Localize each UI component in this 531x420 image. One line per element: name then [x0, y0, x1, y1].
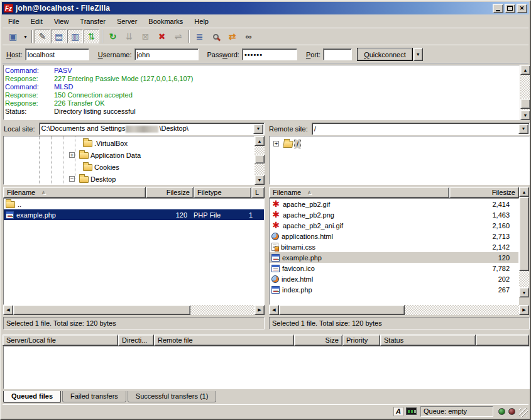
menu-file[interactable]: File: [3, 16, 25, 26]
column-priority[interactable]: Priority: [342, 334, 380, 346]
toggle-message-log-button[interactable]: ✎: [35, 30, 50, 43]
toggle-local-tree-button[interactable]: ▤: [51, 30, 67, 43]
column-filename[interactable]: Filename▲: [269, 187, 449, 198]
log-scrollbar[interactable]: ▲ ▼: [520, 65, 530, 120]
resize-grip[interactable]: [519, 408, 528, 417]
scroll-up-button[interactable]: ▲: [255, 136, 265, 146]
column-status[interactable]: Status: [380, 334, 476, 346]
maximize-button[interactable]: [505, 4, 515, 13]
scroll-thumb[interactable]: [255, 155, 265, 163]
menu-help[interactable]: Help: [189, 16, 214, 26]
local-list-hscrollbar[interactable]: ◀ ▶: [3, 305, 265, 315]
filezilla-logo-icon[interactable]: Fz: [4, 4, 13, 13]
menu-server[interactable]: Server: [111, 16, 143, 26]
scroll-left-button[interactable]: ◀: [269, 305, 279, 315]
password-input[interactable]: [242, 48, 297, 60]
file-row[interactable]: applications.html2,713: [270, 231, 518, 241]
combo-arrow-icon[interactable]: ▼: [518, 124, 528, 134]
site-manager-dropdown[interactable]: ▼: [21, 30, 30, 43]
remote-tree[interactable]: + /: [269, 136, 530, 185]
scroll-up-button[interactable]: ▲: [520, 65, 530, 75]
synchronized-browsing-button[interactable]: ⇄: [224, 30, 240, 43]
disconnect-button[interactable]: ✖: [154, 30, 170, 43]
scroll-right-button[interactable]: ▶: [519, 305, 529, 315]
local-tree-scrollbar[interactable]: ▲ ▼: [255, 136, 265, 185]
scroll-thumb[interactable]: [279, 305, 405, 315]
scroll-track[interactable]: [519, 197, 529, 287]
file-row[interactable]: favicon.ico7,782: [270, 263, 518, 274]
file-row[interactable]: ✱apache_pb2_ani.gif2,160: [270, 220, 518, 231]
column-server-local-file[interactable]: Server/Local file: [3, 334, 118, 346]
scroll-thumb[interactable]: [519, 197, 529, 271]
scroll-down-button[interactable]: ▼: [519, 287, 529, 297]
expand-icon[interactable]: +: [273, 141, 279, 146]
directory-comparison-button[interactable]: [208, 30, 224, 43]
column-filesize[interactable]: Filesize: [146, 187, 194, 198]
remote-file-list[interactable]: ✱apache_pb2.gif2,414 ✱apache_pb2.png1,46…: [269, 198, 519, 305]
local-site-combobox[interactable]: C:\Documents and Settings\Desktop\ ▼: [39, 123, 265, 135]
expand-icon[interactable]: +: [69, 152, 75, 158]
data-type-indicator-icon[interactable]: A: [393, 407, 403, 416]
find-files-button[interactable]: ∞: [241, 30, 256, 43]
scroll-down-button[interactable]: ▼: [520, 110, 530, 120]
toggle-transfer-queue-button[interactable]: ⇅: [84, 30, 99, 43]
scroll-down-button[interactable]: ▼: [255, 175, 265, 185]
scroll-track[interactable]: [13, 305, 255, 315]
scroll-thumb[interactable]: [13, 305, 190, 315]
file-row[interactable]: index.php267: [270, 284, 518, 295]
host-input[interactable]: [25, 48, 89, 60]
tree-item-cookies[interactable]: Cookies: [83, 161, 119, 173]
tree-item-application-data[interactable]: + Application Data: [69, 149, 141, 161]
refresh-button[interactable]: ↻: [105, 30, 121, 43]
column-last-modified[interactable]: L: [251, 187, 265, 198]
file-row[interactable]: ✱apache_pb2.gif2,414: [270, 199, 518, 209]
column-direction[interactable]: Directi...: [118, 334, 154, 346]
username-input[interactable]: [134, 48, 199, 60]
file-row-example-php[interactable]: example.php 120 PHP File 1: [4, 209, 264, 220]
speed-limits-icon[interactable]: [406, 407, 417, 415]
combo-arrow-icon[interactable]: ▼: [253, 124, 263, 134]
local-file-list[interactable]: .. example.php 120 PHP File 1: [3, 198, 265, 305]
scroll-track[interactable]: [279, 305, 519, 315]
file-row-selected[interactable]: example.php120: [270, 252, 518, 263]
quickconnect-button[interactable]: Quickconnect: [357, 48, 413, 61]
menu-bookmarks[interactable]: Bookmarks: [143, 16, 189, 26]
remote-site-combobox[interactable]: / ▼: [312, 123, 530, 135]
file-row[interactable]: bitnami.css2,142: [270, 241, 518, 252]
minimize-button[interactable]: [493, 4, 503, 13]
tab-queued-files[interactable]: Queued files: [3, 391, 61, 403]
process-queue-button[interactable]: ⇊: [121, 30, 137, 43]
column-size[interactable]: Size: [294, 334, 342, 346]
collapse-icon[interactable]: −: [69, 176, 75, 182]
scroll-track[interactable]: [255, 146, 265, 175]
local-tree[interactable]: .VirtualBox + Application Data Cookies −…: [3, 136, 255, 185]
toggle-remote-tree-button[interactable]: ▥: [67, 30, 83, 43]
file-row-parent-dir[interactable]: ..: [4, 199, 264, 209]
menu-edit[interactable]: Edit: [25, 16, 48, 26]
tab-failed-transfers[interactable]: Failed transfers: [62, 391, 126, 402]
scroll-left-button[interactable]: ◀: [3, 305, 13, 315]
file-row[interactable]: index.html202: [270, 274, 518, 284]
queue-list[interactable]: [3, 346, 530, 389]
port-input[interactable]: [323, 48, 352, 60]
menu-view[interactable]: View: [48, 16, 75, 26]
tree-item-desktop[interactable]: − Desktop: [69, 173, 116, 185]
column-filename[interactable]: Filename▲: [3, 187, 146, 198]
column-filetype[interactable]: Filetype: [194, 187, 251, 198]
tab-successful-transfers[interactable]: Successful transfers (1): [128, 391, 217, 402]
quickconnect-dropdown[interactable]: ▼: [413, 48, 423, 61]
remote-list-hscrollbar[interactable]: ◀ ▶: [269, 305, 529, 315]
column-remote-file[interactable]: Remote file: [154, 334, 294, 346]
reconnect-button[interactable]: ⇌: [170, 30, 186, 43]
scroll-thumb[interactable]: [520, 99, 530, 109]
column-filesize[interactable]: Filesize: [449, 187, 519, 198]
cancel-operation-button[interactable]: ⊠: [138, 30, 153, 43]
message-log[interactable]: Command:PASV Response:227 Entering Passi…: [3, 65, 520, 120]
scroll-up-button[interactable]: ▲: [519, 187, 529, 197]
site-manager-button[interactable]: ▣: [5, 30, 21, 43]
file-row[interactable]: ✱apache_pb2.png1,463: [270, 209, 518, 220]
scroll-track[interactable]: [520, 75, 530, 110]
menu-transfer[interactable]: Transfer: [74, 16, 111, 26]
directory-listing-filters-button[interactable]: ≣: [192, 30, 207, 43]
scroll-right-button[interactable]: ▶: [255, 305, 265, 315]
